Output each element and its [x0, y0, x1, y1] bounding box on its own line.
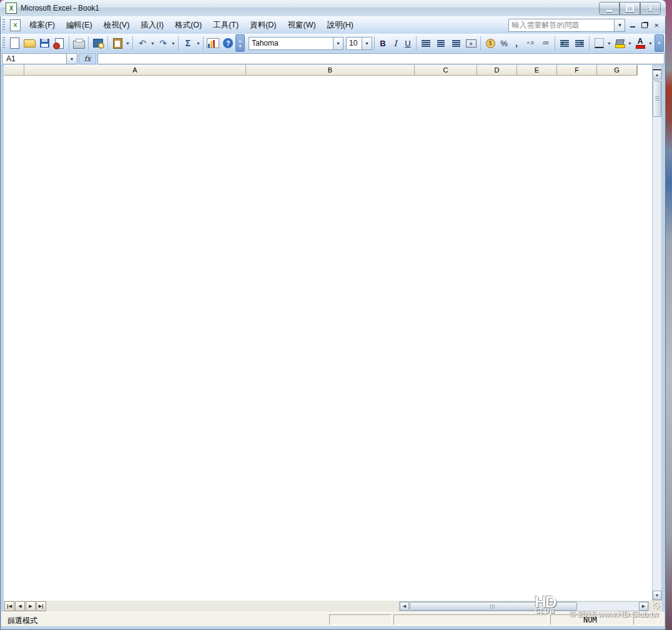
increase-decimal-button[interactable]: +.0 [523, 36, 538, 51]
redo-dropdown-icon[interactable]: ▼ [170, 36, 176, 50]
font-name-combo[interactable]: Tahoma ▼ [249, 37, 343, 50]
menu-item[interactable]: 編輯(E) [61, 17, 98, 34]
menu-bar: X 檔案(F)編輯(E)檢視(V)插入(I)格式(O)工具(T)資料(D)視窗(… [1, 16, 665, 34]
minimize-button[interactable] [599, 2, 620, 15]
fill-color-dropdown-icon[interactable]: ▼ [627, 36, 633, 50]
menu-item[interactable]: 資料(D) [244, 17, 282, 34]
vertical-scroll-thumb[interactable] [653, 81, 661, 117]
column-header-G[interactable]: G [597, 65, 637, 76]
merge-center-icon: a [466, 39, 477, 48]
menu-item[interactable]: 檔案(F) [24, 17, 61, 34]
font-color-dropdown-icon[interactable]: ▼ [648, 36, 653, 50]
research-button[interactable] [91, 36, 106, 51]
name-box-dropdown-icon[interactable]: ▼ [67, 53, 77, 64]
status-panel [633, 614, 658, 625]
paste-button[interactable] [110, 36, 125, 51]
scroll-up-button[interactable]: ▲ [653, 70, 661, 79]
help-button[interactable]: ? [220, 36, 235, 51]
scroll-left-button[interactable]: ◀ [400, 602, 409, 611]
decrease-indent-button[interactable] [557, 36, 572, 51]
sigma-icon: Σ [185, 39, 190, 48]
undo-dropdown-icon[interactable]: ▼ [150, 36, 156, 50]
insert-function-button[interactable]: fx [79, 53, 96, 64]
font-color-button[interactable]: A [633, 36, 648, 51]
resize-grip[interactable] [653, 602, 661, 610]
align-left-button[interactable] [418, 36, 433, 51]
autosum-button[interactable]: Σ [180, 36, 195, 51]
close-button[interactable]: x [640, 2, 661, 15]
align-left-icon [422, 40, 430, 47]
toolbar-grip[interactable] [2, 19, 5, 31]
autosum-dropdown-icon[interactable]: ▼ [195, 36, 201, 50]
scroll-right-button[interactable]: ▶ [639, 602, 648, 611]
maximize-button[interactable] [620, 2, 640, 15]
previous-sheet-button[interactable]: ◀ [15, 601, 25, 611]
status-panel [329, 614, 392, 625]
paste-dropdown-icon[interactable]: ▼ [125, 36, 131, 50]
horizontal-scroll-thumb[interactable] [410, 602, 577, 611]
next-sheet-button[interactable]: ▶ [26, 601, 36, 611]
menu-item[interactable]: 檢視(V) [98, 17, 136, 34]
bold-button[interactable]: B [377, 37, 389, 49]
open-button[interactable] [22, 36, 37, 51]
name-box[interactable]: A1 [2, 53, 67, 64]
help-dropdown-icon[interactable]: ▼ [615, 19, 625, 32]
menu-item[interactable]: 工具(T) [207, 17, 244, 34]
workbook-close-button[interactable]: × [654, 21, 659, 29]
column-header-B[interactable]: B [246, 65, 415, 76]
new-button[interactable] [7, 36, 22, 51]
permission-button[interactable] [52, 36, 67, 51]
font-name-dropdown-icon[interactable]: ▼ [333, 38, 343, 49]
column-header-A[interactable]: A [24, 65, 246, 76]
borders-button[interactable] [591, 36, 606, 51]
workbook-minimize-button[interactable] [630, 26, 635, 28]
toolbar-grip-2[interactable] [2, 37, 5, 49]
underline-button[interactable]: U [402, 37, 414, 49]
toolbar-separator [480, 36, 481, 50]
vertical-scrollbar[interactable]: ▲ ▼ [652, 65, 662, 601]
redo-button[interactable]: ↷ [156, 36, 170, 51]
horizontal-scrollbar[interactable]: ◀ ▶ [399, 601, 649, 611]
column-header-D[interactable]: D [477, 65, 517, 76]
font-size-dropdown-icon[interactable]: ▼ [362, 38, 372, 49]
formula-input[interactable] [97, 53, 665, 64]
column-header-E[interactable]: E [517, 65, 557, 76]
undo-button[interactable]: ↶ [135, 36, 150, 51]
font-size-combo[interactable]: 10 ▼ [346, 37, 372, 50]
align-center-button[interactable] [433, 36, 448, 51]
decrease-decimal-button[interactable]: .00 [538, 36, 553, 51]
menu-item[interactable]: 說明(H) [322, 17, 359, 34]
menu-item[interactable]: 視窗(W) [282, 17, 322, 34]
minimize-icon [606, 10, 612, 12]
toolbar-separator [555, 36, 555, 50]
decrease-indent-icon [560, 40, 569, 47]
worksheet-grid: ABCDEFG [4, 65, 652, 601]
menu-item[interactable]: 格式(O) [169, 17, 207, 34]
italic-button[interactable]: I [389, 37, 402, 49]
fill-color-button[interactable] [612, 36, 627, 51]
column-header-partial[interactable] [637, 65, 638, 76]
help-question-input[interactable]: 輸入需要解答的問題 [508, 19, 615, 32]
scroll-down-button[interactable]: ▼ [653, 591, 661, 600]
comma-style-button[interactable]: , [510, 37, 523, 49]
last-sheet-button[interactable]: ▶ [36, 601, 46, 611]
percent-button[interactable]: % [498, 37, 510, 49]
first-sheet-button[interactable]: ◀ [4, 601, 14, 611]
column-header-F[interactable]: F [557, 65, 597, 76]
print-button[interactable] [71, 36, 86, 51]
fill-color-icon [615, 38, 624, 48]
select-all-corner[interactable] [4, 65, 24, 76]
num-lock-indicator: NUM [550, 614, 631, 625]
align-right-button[interactable] [448, 36, 463, 51]
toolbar-options-button[interactable]: »▼ [235, 34, 245, 52]
column-header-C[interactable]: C [415, 65, 477, 76]
workbook-restore-button[interactable] [641, 22, 648, 28]
merge-center-button[interactable]: a [463, 36, 478, 51]
menu-item[interactable]: 插入(I) [135, 17, 169, 34]
chart-wizard-button[interactable] [205, 36, 220, 51]
currency-button[interactable]: $ [483, 36, 498, 51]
save-button[interactable] [37, 36, 52, 51]
toolbar-options-button-2[interactable]: ▼ [655, 34, 664, 52]
increase-indent-button[interactable] [572, 36, 587, 51]
borders-dropdown-icon[interactable]: ▼ [606, 36, 612, 50]
